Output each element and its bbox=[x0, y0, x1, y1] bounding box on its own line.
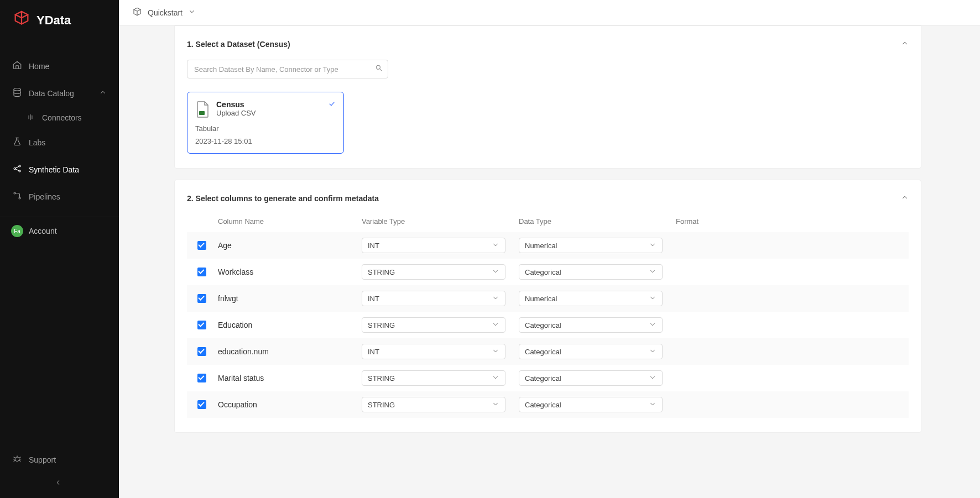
step1-title-wrap: 1. Select a Dataset (Census) bbox=[187, 40, 290, 49]
brand-logo-icon bbox=[12, 10, 31, 30]
header-format: Format bbox=[675, 217, 837, 226]
content: 1. Select a Dataset (Census) bbox=[119, 25, 980, 498]
svg-point-7 bbox=[376, 65, 380, 69]
step1-selected-suffix: (Census) bbox=[257, 40, 290, 49]
chevron-down-icon bbox=[649, 400, 656, 410]
chevron-down-icon bbox=[492, 374, 499, 383]
chevron-down-icon bbox=[649, 294, 656, 303]
data-type-value: Numerical bbox=[525, 242, 557, 250]
data-type-value: Categorical bbox=[525, 401, 561, 409]
row-variable-type-cell: INT bbox=[361, 238, 518, 253]
chevron-down-icon bbox=[492, 268, 499, 277]
sidebar-item-label: Support bbox=[29, 455, 56, 464]
sidebar-item-synthetic-data[interactable]: Synthetic Data bbox=[0, 156, 119, 183]
chevron-down-icon bbox=[649, 347, 656, 357]
sidebar-nav: Home Data Catalog Connectors Labs Synthe… bbox=[0, 41, 119, 446]
variable-type-select[interactable]: STRING bbox=[362, 370, 505, 386]
home-icon bbox=[12, 60, 22, 72]
row-checkbox[interactable] bbox=[197, 347, 206, 356]
row-column-name: Occupation bbox=[217, 400, 361, 409]
sidebar-item-pipelines[interactable]: Pipelines bbox=[0, 183, 119, 210]
sidebar-item-label: Pipelines bbox=[29, 192, 60, 201]
row-data-type-cell: Numerical bbox=[518, 291, 675, 306]
chevron-up-icon bbox=[99, 88, 107, 98]
variable-type-value: INT bbox=[368, 348, 379, 356]
breadcrumb-title: Quickstart bbox=[148, 8, 183, 17]
dataset-name: Census bbox=[216, 100, 256, 109]
sidebar-item-support[interactable]: Support bbox=[0, 446, 119, 473]
svg-point-6 bbox=[15, 457, 19, 462]
row-checkbox[interactable] bbox=[197, 374, 206, 382]
data-type-value: Categorical bbox=[525, 268, 561, 276]
collapse-section-button[interactable] bbox=[901, 39, 909, 49]
data-type-value: Numerical bbox=[525, 295, 557, 303]
dataset-search bbox=[187, 60, 388, 78]
row-checkbox[interactable] bbox=[197, 294, 206, 303]
dataset-subtitle: Upload CSV bbox=[216, 109, 256, 117]
data-type-select[interactable]: Categorical bbox=[519, 397, 663, 412]
sidebar-item-label: Account bbox=[29, 227, 57, 235]
variable-type-select[interactable]: INT bbox=[362, 344, 505, 359]
dataset-card-census[interactable]: Census Upload CSV Tabular 2023-11-28 15:… bbox=[187, 92, 344, 154]
data-type-select[interactable]: Categorical bbox=[519, 370, 663, 386]
data-type-select[interactable]: Categorical bbox=[519, 264, 663, 280]
row-checkbox-cell bbox=[187, 241, 217, 250]
chevron-down-icon[interactable] bbox=[188, 8, 196, 17]
step2-panel: 2. Select columns to generate and confir… bbox=[174, 180, 921, 433]
sidebar-item-home[interactable]: Home bbox=[0, 53, 119, 80]
variable-type-value: INT bbox=[368, 295, 379, 303]
step2-header: 2. Select columns to generate and confir… bbox=[187, 193, 909, 203]
sidebar-item-label: Home bbox=[29, 62, 49, 71]
columns-table-body: Age INT Numerical Workclass STRING bbox=[187, 232, 909, 418]
share-icon bbox=[12, 164, 22, 175]
variable-type-select[interactable]: INT bbox=[362, 291, 505, 306]
database-icon bbox=[12, 87, 22, 99]
row-variable-type-cell: STRING bbox=[361, 264, 518, 280]
variable-type-select[interactable]: STRING bbox=[362, 397, 505, 412]
variable-type-value: INT bbox=[368, 242, 379, 250]
chevron-down-icon bbox=[649, 268, 656, 277]
brand-area: YData bbox=[0, 0, 119, 41]
row-column-name: Marital status bbox=[217, 374, 361, 382]
data-type-select[interactable]: Categorical bbox=[519, 317, 663, 333]
row-checkbox-cell bbox=[187, 268, 217, 276]
row-checkbox[interactable] bbox=[197, 400, 206, 409]
dataset-search-input[interactable] bbox=[187, 60, 388, 78]
sidebar-item-labs[interactable]: Labs bbox=[0, 129, 119, 156]
sidebar-collapse-button[interactable] bbox=[0, 473, 119, 494]
header-data-type: Data Type bbox=[518, 217, 675, 226]
row-checkbox-cell bbox=[187, 321, 217, 329]
row-checkbox[interactable] bbox=[197, 321, 206, 329]
row-data-type-cell: Categorical bbox=[518, 264, 675, 280]
data-type-select[interactable]: Numerical bbox=[519, 238, 663, 253]
row-data-type-cell: Categorical bbox=[518, 397, 675, 412]
connectors-icon bbox=[27, 113, 35, 122]
chevron-down-icon bbox=[649, 374, 656, 383]
columns-table-header: Column Name Variable Type Data Type Form… bbox=[187, 212, 909, 232]
variable-type-select[interactable]: INT bbox=[362, 238, 505, 253]
row-checkbox[interactable] bbox=[197, 241, 206, 250]
row-checkbox-cell bbox=[187, 374, 217, 382]
step1-panel: 1. Select a Dataset (Census) bbox=[174, 25, 921, 169]
pipeline-icon bbox=[12, 191, 22, 202]
variable-type-select[interactable]: STRING bbox=[362, 264, 505, 280]
dataset-card-titles: Census Upload CSV bbox=[216, 100, 256, 117]
variable-type-select[interactable]: STRING bbox=[362, 317, 505, 333]
brand-name: YData bbox=[37, 13, 71, 28]
row-variable-type-cell: STRING bbox=[361, 317, 518, 333]
table-row: fnlwgt INT Numerical bbox=[187, 285, 909, 312]
table-row: Age INT Numerical bbox=[187, 232, 909, 259]
row-checkbox[interactable] bbox=[197, 268, 206, 276]
header-variable-type: Variable Type bbox=[361, 217, 518, 226]
check-icon bbox=[328, 100, 336, 109]
data-type-select[interactable]: Categorical bbox=[519, 344, 663, 359]
bug-icon bbox=[12, 454, 22, 465]
flask-icon bbox=[12, 137, 22, 148]
sidebar-item-label: Labs bbox=[29, 138, 45, 147]
sidebar-item-data-catalog[interactable]: Data Catalog bbox=[0, 80, 119, 107]
chevron-left-icon bbox=[54, 479, 62, 488]
sidebar-item-connectors[interactable]: Connectors bbox=[0, 107, 119, 129]
sidebar-item-account[interactable]: Fa Account bbox=[0, 217, 119, 245]
data-type-select[interactable]: Numerical bbox=[519, 291, 663, 306]
collapse-section-button[interactable] bbox=[901, 193, 909, 203]
